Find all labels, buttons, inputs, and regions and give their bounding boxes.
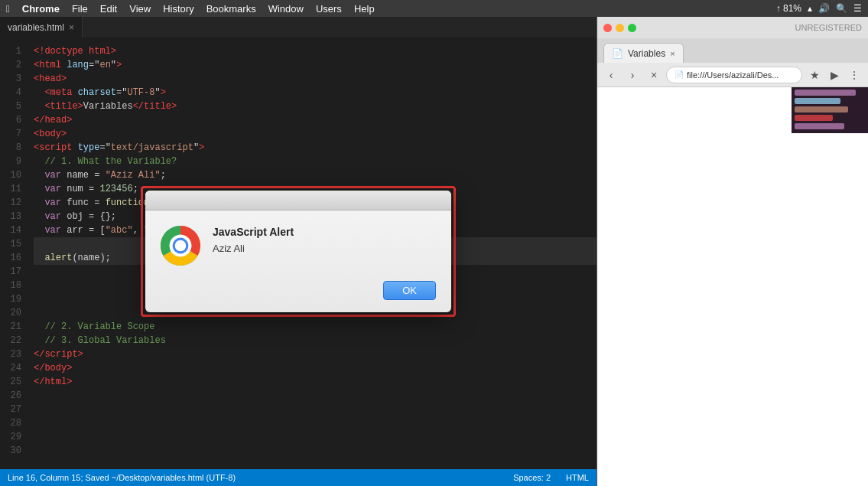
wifi-icon: ↑ 81% — [776, 3, 801, 14]
maximize-traffic-light[interactable] — [628, 24, 636, 32]
main-layout: variables.html × 12345 678910 1112131415… — [0, 17, 868, 486]
lock-icon: 📄 — [675, 70, 684, 79]
browser-tab-label: Variables — [628, 48, 665, 59]
chrome-menu[interactable]: Chrome — [22, 3, 60, 15]
volume-icon: 🔊 — [818, 3, 830, 14]
apple-menu[interactable]:  — [6, 3, 10, 15]
chrome-icon — [161, 226, 200, 266]
svg-point-5 — [175, 240, 187, 252]
alert-text-area: JavaScript Alert Aziz Ali — [213, 226, 436, 254]
bookmark-star-icon[interactable]: ★ — [805, 66, 824, 84]
notification-icon: ▴ — [808, 3, 812, 14]
view-menu[interactable]: View — [129, 3, 151, 15]
alert-body: JavaScript Alert Aziz Ali — [145, 210, 451, 273]
close-traffic-light[interactable] — [603, 24, 612, 32]
alert-border: JavaScript Alert Aziz Ali OK — [141, 186, 456, 317]
unregistered-label: UNREGISTERED — [795, 23, 862, 32]
help-menu[interactable]: Help — [354, 3, 375, 15]
browser-tabbar: 📄 Variables × — [597, 38, 868, 63]
editor-pane: variables.html × 12345 678910 1112131415… — [0, 17, 597, 486]
history-menu[interactable]: History — [163, 3, 193, 15]
browser-toolbar: ‹ › × 📄 file:///Users/azizali/Des... ★ ▶… — [597, 63, 868, 87]
alert-title: JavaScript Alert — [213, 226, 436, 238]
back-button[interactable]: ‹ — [602, 66, 620, 84]
file-menu[interactable]: File — [72, 3, 88, 15]
reload-close-button[interactable]: × — [645, 66, 663, 84]
browser-pane: UNREGISTERED 📄 Variables × ‹ › × 📄 file:… — [597, 17, 868, 486]
menubar-right-icons: ↑ 81% ▴ 🔊 🔍 ☰ — [776, 3, 862, 14]
cast-icon[interactable]: ▶ — [825, 66, 844, 84]
mac-menubar:  Chrome File Edit View History Bookmark… — [0, 0, 868, 17]
control-strip-icon: ☰ — [853, 3, 862, 14]
url-text: file:///Users/azizali/Des... — [687, 70, 779, 80]
alert-message: Aziz Ali — [213, 243, 436, 254]
minimize-traffic-light[interactable] — [616, 24, 624, 32]
window-menu[interactable]: Window — [268, 3, 304, 15]
alert-titlebar — [145, 191, 451, 210]
ok-button[interactable]: OK — [383, 281, 436, 300]
edit-menu[interactable]: Edit — [100, 3, 117, 15]
url-bar[interactable]: 📄 file:///Users/azizali/Des... — [666, 67, 802, 83]
bookmarks-menu[interactable]: Bookmarks — [206, 3, 256, 15]
tab-favicon: 📄 — [612, 48, 623, 59]
browser-content — [597, 87, 868, 486]
browser-tab-variables[interactable]: 📄 Variables × — [603, 43, 684, 63]
menu-icon[interactable]: ⋮ — [845, 66, 863, 84]
alert-dialog: JavaScript Alert Aziz Ali OK — [145, 191, 451, 312]
search-icon[interactable]: 🔍 — [836, 3, 847, 14]
toolbar-right: ★ ▶ ⋮ — [805, 66, 863, 84]
alert-footer: OK — [145, 273, 451, 312]
browser-tab-close[interactable]: × — [670, 49, 675, 58]
users-menu[interactable]: Users — [316, 3, 342, 15]
browser-mini-preview — [792, 87, 868, 133]
forward-button[interactable]: › — [623, 66, 642, 84]
alert-overlay: JavaScript Alert Aziz Ali OK — [0, 17, 597, 486]
traffic-lights — [603, 24, 636, 32]
browser-chrome: UNREGISTERED — [597, 17, 868, 38]
